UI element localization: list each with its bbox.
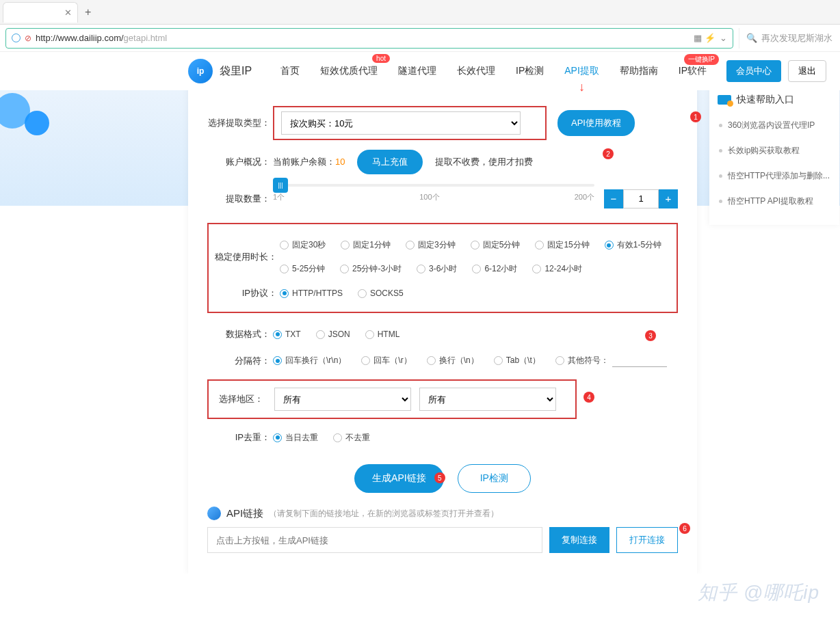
marker-3: 3 <box>645 330 656 341</box>
quantity-slider[interactable]: ||| 1个 100个 200个 <box>273 184 594 213</box>
row-dedup: IP去重： 当日去重 不去重 <box>207 431 678 444</box>
qr-icon[interactable]: ▦ <box>694 33 700 43</box>
sidebar-item[interactable]: 悟空HTTP代理添加与删除... <box>718 163 831 189</box>
nav-short-proxy[interactable]: hot 短效优质代理 <box>320 65 378 77</box>
row-extract-type: 选择提取类型： 按次购买：10元 API使用教程 <box>207 106 678 140</box>
sidebar-item[interactable]: 悟空HTTP API提取教程 <box>718 189 831 214</box>
radio-other[interactable]: 其他符号： <box>555 354 667 367</box>
member-center-button[interactable]: 会员中心 <box>726 60 781 82</box>
radio-6-12h[interactable]: 6-12小时 <box>472 263 517 275</box>
search-placeholder: 再次发现尼斯湖水 <box>761 32 832 44</box>
slider-handle[interactable]: ||| <box>273 178 288 193</box>
row-duration: 稳定使用时长： 固定30秒 固定1分钟 固定3分钟 固定5分钟 固定15分钟 有… <box>214 239 671 275</box>
bolt-icon[interactable]: ⚡ <box>705 33 716 43</box>
qty-plus-button[interactable]: + <box>659 189 678 208</box>
radio-3m[interactable]: 固定3分钟 <box>406 239 456 251</box>
select-region-province[interactable]: 所有 <box>274 388 411 411</box>
nav-home[interactable]: 首页 <box>280 65 300 77</box>
balance-text: 当前账户余额：10 <box>273 156 345 168</box>
qty-minus-button[interactable]: − <box>604 189 623 208</box>
nav-api-extract[interactable]: API提取 ↓ <box>564 65 599 77</box>
radio-socks5[interactable]: SOCKS5 <box>358 288 404 298</box>
radio-http[interactable]: HTTP/HTTPS <box>280 288 343 298</box>
copy-link-button[interactable]: 复制连接 <box>549 527 609 553</box>
select-region-city[interactable]: 所有 <box>419 388 556 411</box>
sidebar-item[interactable]: 360浏览器内设置代理IP <box>718 113 831 138</box>
label-dedup: IP去重： <box>207 431 270 444</box>
highlight-box: 选择地区： 所有 所有 <box>207 379 577 419</box>
radio-1m[interactable]: 固定1分钟 <box>341 239 391 251</box>
marker-4: 4 <box>583 392 594 403</box>
browser-search[interactable]: 🔍 再次发现尼斯湖水 <box>739 28 835 49</box>
logout-button[interactable]: 退出 <box>788 60 826 82</box>
fee-note: 提取不收费，使用才扣费 <box>435 156 533 168</box>
api-form-card: 1 2 选择提取类型： 按次购买：10元 API使用教程 账户概况： 当前账户余… <box>188 83 697 574</box>
block-icon: ⊘ <box>25 33 31 43</box>
api-link-header: API链接 （请复制下面的链接地址，在新的浏览器或标签页打开并查看） <box>207 507 678 520</box>
radio-cr[interactable]: 回车（\r） <box>361 354 411 367</box>
radio-3-6h[interactable]: 3-6小时 <box>417 263 457 275</box>
api-tutorial-button[interactable]: API使用教程 <box>557 110 635 136</box>
radio-tab[interactable]: Tab（\t） <box>494 354 540 367</box>
api-link-row: 复制连接 打开连接 6 <box>207 527 678 553</box>
label-separator: 分隔符： <box>207 355 270 367</box>
decor-circle <box>25 111 49 135</box>
radio-30s[interactable]: 固定30秒 <box>280 239 326 251</box>
recharge-button[interactable]: 马上充值 <box>357 150 423 174</box>
radio-12-24h[interactable]: 12-24小时 <box>532 263 582 275</box>
select-extract-type[interactable]: 按次购买：10元 <box>281 111 521 135</box>
radio-dedup-none[interactable]: 不去重 <box>333 432 370 444</box>
radio-txt[interactable]: TXT <box>273 329 301 339</box>
close-icon[interactable]: ✕ <box>64 8 72 18</box>
label-region: 选择地区： <box>215 393 263 405</box>
radio-lf[interactable]: 换行（\n） <box>427 354 479 367</box>
logo[interactable]: ip 袋里IP <box>188 59 252 83</box>
row-region: 选择地区： 所有 所有 4 <box>207 379 678 419</box>
sidebar-title: 快速帮助入口 <box>718 94 831 106</box>
row-quantity: 提取数量： ||| 1个 100个 200个 − + <box>207 184 678 213</box>
nav-ip-software[interactable]: 一键换IP IP软件 <box>679 65 707 77</box>
browser-tab[interactable]: ✕ <box>3 2 78 23</box>
new-tab-button[interactable]: + <box>85 6 91 18</box>
label-extract-type: 选择提取类型： <box>207 117 270 129</box>
radio-dedup-daily[interactable]: 当日去重 <box>273 432 318 444</box>
nav-help[interactable]: 帮助指南 <box>620 65 658 77</box>
radio-5-25m[interactable]: 5-25分钟 <box>280 263 325 275</box>
nav-tunnel-proxy[interactable]: 隧道代理 <box>398 65 436 77</box>
ip-detect-button[interactable]: IP检测 <box>458 464 531 493</box>
hot-badge: hot <box>372 54 390 63</box>
slider-tick: 200个 <box>575 192 594 202</box>
nav-right: 会员中心 退出 <box>726 60 826 82</box>
radio-json[interactable]: JSON <box>316 329 350 339</box>
browser-tab-bar: ✕ + <box>0 0 840 25</box>
radio-25m-3h[interactable]: 25分钟-3小时 <box>340 263 402 275</box>
slider-tick: 100个 <box>419 192 439 202</box>
label-format: 数据格式： <box>207 328 270 340</box>
qty-input[interactable] <box>623 189 659 208</box>
open-link-button[interactable]: 打开连接 <box>616 527 678 553</box>
chevron-down-icon[interactable]: ⌄ <box>720 33 727 43</box>
radio-crlf[interactable]: 回车换行（\r\n） <box>273 354 346 367</box>
nav-long-proxy[interactable]: 长效代理 <box>457 65 495 77</box>
api-link-hint: （请复制下面的链接地址，在新的浏览器或标签页打开并查看） <box>269 508 499 520</box>
logo-text: 袋里IP <box>220 64 252 79</box>
soft-badge: 一键换IP <box>684 54 719 65</box>
other-separator-input[interactable] <box>612 354 667 367</box>
site-header: ip 袋里IP 首页 hot 短效优质代理 隧道代理 长效代理 IP检测 API… <box>0 52 840 90</box>
address-bar[interactable]: ⊘ http://www.dailiip.com/getapi.html ▦ ⚡… <box>5 28 733 49</box>
radio-5m[interactable]: 固定5分钟 <box>471 239 521 251</box>
api-link-input[interactable] <box>207 527 542 553</box>
radio-html[interactable]: HTML <box>365 329 400 339</box>
help-sidebar: 快速帮助入口 360浏览器内设置代理IP 长效ip购买获取教程 悟空HTTP代理… <box>709 83 839 225</box>
logo-icon: ip <box>188 59 213 83</box>
label-account: 账户概况： <box>207 156 270 168</box>
address-row: ⊘ http://www.dailiip.com/getapi.html ▦ ⚡… <box>0 25 840 52</box>
nav-ip-detect[interactable]: IP检测 <box>516 65 544 77</box>
sidebar-item[interactable]: 长效ip购买获取教程 <box>718 138 831 163</box>
generate-api-button[interactable]: 生成API链接 5 <box>354 464 444 493</box>
marker-1: 1 <box>690 111 701 122</box>
radio-1-5m[interactable]: 有效1-5分钟 <box>605 239 661 251</box>
url-text: http://www.dailiip.com/getapi.html <box>36 33 167 43</box>
radio-15m[interactable]: 固定15分钟 <box>535 239 589 251</box>
action-row: 生成API链接 5 IP检测 <box>207 464 678 493</box>
